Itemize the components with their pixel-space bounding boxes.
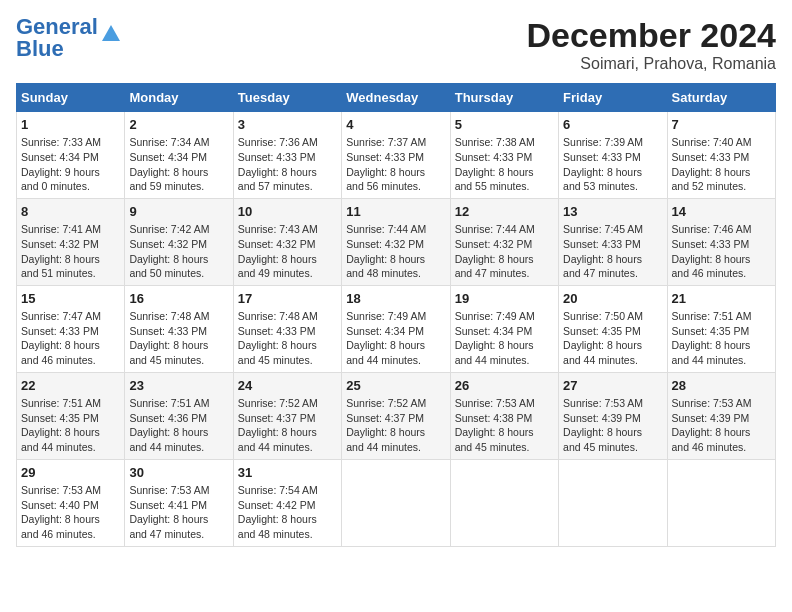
day-number: 22: [21, 377, 120, 395]
calendar-cell: 22Sunrise: 7:51 AMSunset: 4:35 PMDayligh…: [17, 372, 125, 459]
day-number: 17: [238, 290, 337, 308]
calendar-cell: 3Sunrise: 7:36 AMSunset: 4:33 PMDaylight…: [233, 112, 341, 199]
day-number: 26: [455, 377, 554, 395]
calendar-cell: 31Sunrise: 7:54 AMSunset: 4:42 PMDayligh…: [233, 459, 341, 546]
calendar-cell: 13Sunrise: 7:45 AMSunset: 4:33 PMDayligh…: [559, 198, 667, 285]
day-info: Sunrise: 7:51 AMSunset: 4:35 PMDaylight:…: [21, 396, 120, 455]
calendar-cell: 28Sunrise: 7:53 AMSunset: 4:39 PMDayligh…: [667, 372, 775, 459]
day-info: Sunrise: 7:47 AMSunset: 4:33 PMDaylight:…: [21, 309, 120, 368]
day-info: Sunrise: 7:45 AMSunset: 4:33 PMDaylight:…: [563, 222, 662, 281]
page-subtitle: Soimari, Prahova, Romania: [526, 55, 776, 73]
day-info: Sunrise: 7:53 AMSunset: 4:40 PMDaylight:…: [21, 483, 120, 542]
calendar-cell: 4Sunrise: 7:37 AMSunset: 4:33 PMDaylight…: [342, 112, 450, 199]
day-number: 1: [21, 116, 120, 134]
day-number: 24: [238, 377, 337, 395]
day-info: Sunrise: 7:49 AMSunset: 4:34 PMDaylight:…: [346, 309, 445, 368]
calendar-cell: 17Sunrise: 7:48 AMSunset: 4:33 PMDayligh…: [233, 285, 341, 372]
calendar-table: SundayMondayTuesdayWednesdayThursdayFrid…: [16, 83, 776, 547]
calendar-cell: 8Sunrise: 7:41 AMSunset: 4:32 PMDaylight…: [17, 198, 125, 285]
calendar-cell: [450, 459, 558, 546]
day-info: Sunrise: 7:51 AMSunset: 4:35 PMDaylight:…: [672, 309, 771, 368]
day-number: 31: [238, 464, 337, 482]
day-number: 14: [672, 203, 771, 221]
day-number: 19: [455, 290, 554, 308]
logo-text: GeneralBlue: [16, 16, 98, 60]
calendar-cell: 14Sunrise: 7:46 AMSunset: 4:33 PMDayligh…: [667, 198, 775, 285]
calendar-cell: 1Sunrise: 7:33 AMSunset: 4:34 PMDaylight…: [17, 112, 125, 199]
day-info: Sunrise: 7:53 AMSunset: 4:39 PMDaylight:…: [563, 396, 662, 455]
calendar-week-4: 22Sunrise: 7:51 AMSunset: 4:35 PMDayligh…: [17, 372, 776, 459]
calendar-cell: 6Sunrise: 7:39 AMSunset: 4:33 PMDaylight…: [559, 112, 667, 199]
calendar-cell: 20Sunrise: 7:50 AMSunset: 4:35 PMDayligh…: [559, 285, 667, 372]
calendar-cell: 25Sunrise: 7:52 AMSunset: 4:37 PMDayligh…: [342, 372, 450, 459]
page-header: GeneralBlue December 2024 Soimari, Praho…: [16, 16, 776, 73]
day-info: Sunrise: 7:44 AMSunset: 4:32 PMDaylight:…: [346, 222, 445, 281]
calendar-week-1: 1Sunrise: 7:33 AMSunset: 4:34 PMDaylight…: [17, 112, 776, 199]
day-number: 3: [238, 116, 337, 134]
day-number: 13: [563, 203, 662, 221]
day-info: Sunrise: 7:48 AMSunset: 4:33 PMDaylight:…: [238, 309, 337, 368]
header-saturday: Saturday: [667, 84, 775, 112]
day-info: Sunrise: 7:41 AMSunset: 4:32 PMDaylight:…: [21, 222, 120, 281]
day-number: 11: [346, 203, 445, 221]
day-info: Sunrise: 7:42 AMSunset: 4:32 PMDaylight:…: [129, 222, 228, 281]
day-info: Sunrise: 7:53 AMSunset: 4:38 PMDaylight:…: [455, 396, 554, 455]
calendar-cell: 11Sunrise: 7:44 AMSunset: 4:32 PMDayligh…: [342, 198, 450, 285]
day-number: 7: [672, 116, 771, 134]
calendar-cell: [342, 459, 450, 546]
day-number: 27: [563, 377, 662, 395]
day-info: Sunrise: 7:51 AMSunset: 4:36 PMDaylight:…: [129, 396, 228, 455]
calendar-cell: 26Sunrise: 7:53 AMSunset: 4:38 PMDayligh…: [450, 372, 558, 459]
day-info: Sunrise: 7:53 AMSunset: 4:41 PMDaylight:…: [129, 483, 228, 542]
day-number: 25: [346, 377, 445, 395]
calendar-header-row: SundayMondayTuesdayWednesdayThursdayFrid…: [17, 84, 776, 112]
header-friday: Friday: [559, 84, 667, 112]
calendar-cell: 10Sunrise: 7:43 AMSunset: 4:32 PMDayligh…: [233, 198, 341, 285]
day-info: Sunrise: 7:33 AMSunset: 4:34 PMDaylight:…: [21, 135, 120, 194]
day-info: Sunrise: 7:39 AMSunset: 4:33 PMDaylight:…: [563, 135, 662, 194]
day-number: 9: [129, 203, 228, 221]
calendar-cell: 5Sunrise: 7:38 AMSunset: 4:33 PMDaylight…: [450, 112, 558, 199]
day-number: 4: [346, 116, 445, 134]
day-number: 23: [129, 377, 228, 395]
calendar-cell: 7Sunrise: 7:40 AMSunset: 4:33 PMDaylight…: [667, 112, 775, 199]
header-thursday: Thursday: [450, 84, 558, 112]
day-number: 30: [129, 464, 228, 482]
header-sunday: Sunday: [17, 84, 125, 112]
day-number: 2: [129, 116, 228, 134]
calendar-cell: 16Sunrise: 7:48 AMSunset: 4:33 PMDayligh…: [125, 285, 233, 372]
svg-marker-0: [102, 25, 120, 41]
day-info: Sunrise: 7:44 AMSunset: 4:32 PMDaylight:…: [455, 222, 554, 281]
calendar-cell: 30Sunrise: 7:53 AMSunset: 4:41 PMDayligh…: [125, 459, 233, 546]
day-info: Sunrise: 7:37 AMSunset: 4:33 PMDaylight:…: [346, 135, 445, 194]
day-info: Sunrise: 7:53 AMSunset: 4:39 PMDaylight:…: [672, 396, 771, 455]
day-number: 15: [21, 290, 120, 308]
day-number: 10: [238, 203, 337, 221]
day-info: Sunrise: 7:54 AMSunset: 4:42 PMDaylight:…: [238, 483, 337, 542]
calendar-cell: 29Sunrise: 7:53 AMSunset: 4:40 PMDayligh…: [17, 459, 125, 546]
day-info: Sunrise: 7:50 AMSunset: 4:35 PMDaylight:…: [563, 309, 662, 368]
calendar-cell: [667, 459, 775, 546]
calendar-week-5: 29Sunrise: 7:53 AMSunset: 4:40 PMDayligh…: [17, 459, 776, 546]
calendar-cell: 23Sunrise: 7:51 AMSunset: 4:36 PMDayligh…: [125, 372, 233, 459]
day-info: Sunrise: 7:46 AMSunset: 4:33 PMDaylight:…: [672, 222, 771, 281]
calendar-cell: 18Sunrise: 7:49 AMSunset: 4:34 PMDayligh…: [342, 285, 450, 372]
day-number: 12: [455, 203, 554, 221]
calendar-cell: [559, 459, 667, 546]
day-info: Sunrise: 7:34 AMSunset: 4:34 PMDaylight:…: [129, 135, 228, 194]
day-info: Sunrise: 7:52 AMSunset: 4:37 PMDaylight:…: [346, 396, 445, 455]
day-number: 18: [346, 290, 445, 308]
day-number: 21: [672, 290, 771, 308]
day-number: 20: [563, 290, 662, 308]
calendar-cell: 2Sunrise: 7:34 AMSunset: 4:34 PMDaylight…: [125, 112, 233, 199]
calendar-cell: 15Sunrise: 7:47 AMSunset: 4:33 PMDayligh…: [17, 285, 125, 372]
day-info: Sunrise: 7:36 AMSunset: 4:33 PMDaylight:…: [238, 135, 337, 194]
header-tuesday: Tuesday: [233, 84, 341, 112]
day-info: Sunrise: 7:38 AMSunset: 4:33 PMDaylight:…: [455, 135, 554, 194]
logo: GeneralBlue: [16, 16, 122, 60]
calendar-cell: 27Sunrise: 7:53 AMSunset: 4:39 PMDayligh…: [559, 372, 667, 459]
day-number: 8: [21, 203, 120, 221]
page-title: December 2024: [526, 16, 776, 55]
day-number: 16: [129, 290, 228, 308]
header-wednesday: Wednesday: [342, 84, 450, 112]
